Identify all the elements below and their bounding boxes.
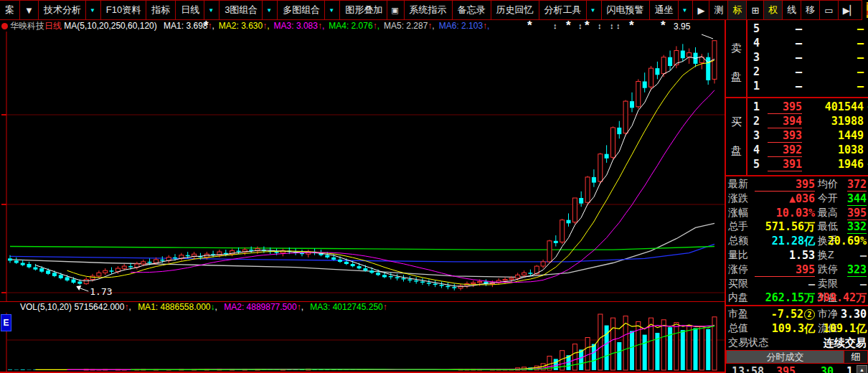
stats-row: 总手571.56万最低332: [726, 220, 868, 235]
stats-row: 涨幅10.03%最高395: [726, 207, 868, 221]
menu-memo[interactable]: 备忘录: [452, 0, 491, 20]
toolbar-measure[interactable]: 测: [709, 0, 728, 20]
buy-row[interactable]: 53911946-3: [747, 158, 868, 172]
stat-value: —: [860, 278, 867, 291]
event-marks-layer: **↕*↕*↕↕↕**3.95: [0, 21, 726, 32]
menu-system-signals-label: 系统指示: [410, 4, 447, 16]
tab-detail[interactable]: 细: [844, 350, 868, 364]
scroll-up-icon[interactable]: ▲: [857, 365, 867, 373]
stat-label: 内盘: [728, 291, 748, 304]
menu-analysis-tools[interactable]: 分析工具▼: [539, 0, 602, 20]
menu-tongdaxin[interactable]: 通坐▼: [649, 0, 694, 20]
stat-value: 372: [847, 178, 867, 192]
menu-plan-partial-label: 案: [5, 4, 14, 16]
expand-button[interactable]: E: [1, 314, 11, 331]
stat-value: 344: [847, 192, 867, 206]
menu-system-signals[interactable]: 系统指示: [404, 0, 453, 20]
buy-row[interactable]: 239431988: [747, 115, 868, 129]
menu-technical-analysis-label: 技术分析: [44, 4, 81, 16]
vol-ma-value: MA3: 4012745.250↑: [310, 302, 387, 312]
toolbar-rights[interactable]: 权: [763, 0, 783, 20]
toolbar-next-page-label: ▶▏: [843, 5, 857, 16]
buy-row[interactable]: 43921038: [747, 143, 868, 158]
main-price-chart[interactable]: 1.73: [0, 32, 726, 301]
trade-count: 1: [846, 365, 853, 373]
tab-tick-trades[interactable]: 分时成交: [726, 350, 844, 364]
stat-value: 20.69%: [828, 235, 867, 247]
dropdown-arrow-icon[interactable]: ▼: [678, 1, 688, 19]
sell-row[interactable]: 3——: [747, 51, 868, 65]
dropdown-arrow-icon[interactable]: ▼: [586, 1, 596, 19]
vol-indicator-label: VOL(5,10,20) 5715642.000: [20, 302, 124, 312]
financial-label: 总值: [728, 322, 748, 335]
menu-bar: 案▼技术分析▼F10资料指标日线▼3图组合▼多图组合▼图形叠加▣系统指示备忘录历…: [0, 0, 868, 21]
buy-row[interactable]: 33931449: [747, 129, 868, 143]
menu-overlay-label: 图形叠加: [345, 4, 382, 16]
menu-flash-alert[interactable]: 闪电预警: [601, 0, 650, 20]
menu-overlay[interactable]: 图形叠加▣: [339, 0, 404, 20]
toolbar-play[interactable]: ▶: [692, 0, 709, 20]
stat-value: 395: [847, 207, 867, 220]
sell-level: 3: [753, 51, 760, 64]
vol-ma-value: MA2: 4889877.500↑: [224, 302, 301, 312]
vol-ma-value: MA1: 4886558.000↓: [138, 302, 214, 312]
sell-volume: —: [805, 22, 864, 35]
buy-label-char1: 买: [731, 115, 742, 129]
sell-row[interactable]: 1——: [747, 80, 868, 94]
sell-row[interactable]: 5——: [747, 22, 868, 37]
menu-3chart-combo[interactable]: 3图组合▼: [219, 0, 278, 20]
toolbar-line[interactable]: 线: [782, 0, 801, 20]
lock-icon[interactable]: ▣: [387, 1, 398, 19]
buy-price: 395: [768, 100, 802, 114]
stats-row: 量比1.53换Z—: [726, 249, 868, 263]
menu-period-daily[interactable]: 日线▼: [175, 0, 220, 20]
trend-arrow-icon: ↑: [124, 302, 128, 312]
menu-f10-info[interactable]: F10资料: [100, 0, 146, 20]
financial-value: 109.1亿: [824, 322, 867, 336]
toolbar-move-label: 移: [806, 4, 815, 16]
buy-row[interactable]: 1395401544-248: [747, 100, 868, 115]
buy-level: 2: [753, 115, 760, 128]
dropdown-arrow-icon[interactable]: ▼: [324, 1, 334, 19]
toolbar-mark[interactable]: 标: [727, 0, 747, 20]
financial-value: -7.522: [755, 308, 815, 321]
stat-value: —: [860, 249, 867, 262]
toolbar-measure-label: 测: [714, 4, 723, 16]
menu-3chart-combo-label: 3图组合: [225, 4, 258, 16]
stat-label: 均价: [818, 178, 838, 191]
menu-indicator[interactable]: 指标: [146, 0, 176, 20]
event-arrow-icon: ↕: [598, 21, 602, 31]
dropdown-arrow-icon[interactable]: ▼: [262, 1, 272, 19]
toolbar-grid[interactable]: ⊞: [746, 0, 764, 20]
menu-plan-dropdown[interactable]: ▼: [19, 0, 39, 20]
stat-label: 涨幅: [728, 207, 748, 219]
dropdown-arrow-icon[interactable]: ▼: [204, 1, 214, 19]
toolbar-minimize[interactable]: ▭: [819, 0, 838, 20]
stat-label: 量比: [728, 249, 748, 262]
menu-items: 案▼技术分析▼F10资料指标日线▼3图组合▼多图组合▼图形叠加▣系统指示备忘录历…: [0, 0, 862, 20]
stat-label: 最低: [818, 220, 838, 233]
stats-row: 涨跌▲036今开344: [726, 192, 868, 207]
toolbar-play-label: ▶: [697, 5, 704, 16]
stats-row: 内盘262.15万外盘309.42万: [726, 291, 868, 306]
toolbar-move[interactable]: 移: [801, 0, 820, 20]
stat-value: 323: [847, 263, 867, 277]
sell-volume: —: [805, 37, 864, 49]
toolbar-mark-label: 标: [732, 4, 742, 16]
menu-plan-partial[interactable]: 案: [0, 0, 20, 20]
menu-technical-analysis[interactable]: 技术分析▼: [38, 0, 101, 20]
volume-chart[interactable]: [0, 313, 726, 372]
sell-level: 5: [753, 22, 760, 35]
dropdown-arrow-icon[interactable]: ▼: [85, 1, 95, 19]
sell-row[interactable]: 4——: [747, 37, 868, 51]
menu-multichart-combo[interactable]: 多图组合▼: [277, 0, 340, 20]
stat-label: 今开: [818, 192, 838, 205]
menu-history-recall[interactable]: 历史回忆: [491, 0, 539, 20]
sell-row[interactable]: 2——: [747, 65, 868, 80]
chart-area: 华映科技日线 MA(5,10,20,250,60,120) MA1: 3.698…: [0, 20, 726, 373]
toolbar-next-page[interactable]: ▶▏: [838, 0, 862, 20]
stat-value: 262.15万: [755, 291, 815, 305]
stat-value: 309.42万: [817, 291, 867, 305]
menu-plan-dropdown-label: ▼: [24, 5, 34, 16]
trade-volume: 30: [811, 365, 834, 373]
